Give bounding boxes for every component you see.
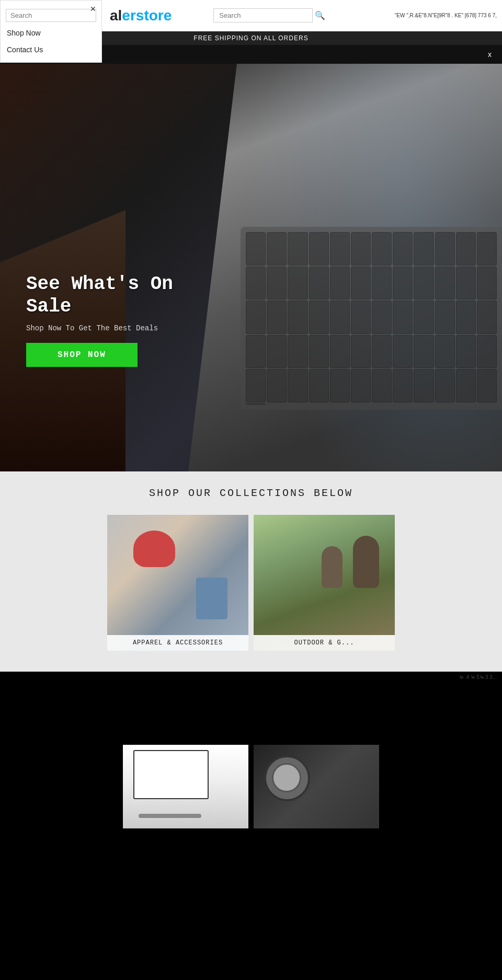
key	[372, 301, 392, 334]
key	[351, 232, 371, 266]
headlamp-visual	[254, 745, 379, 828]
key	[414, 335, 433, 368]
hero-content: See What's OnSale Shop Now To Get The Be…	[26, 273, 173, 367]
dropdown-contact-us[interactable]: Contact Us	[1, 41, 101, 58]
key	[330, 335, 350, 368]
key	[393, 369, 413, 402]
site-logo: alerstore	[110, 7, 172, 24]
laptop-visual	[123, 745, 248, 828]
key	[267, 232, 287, 266]
key	[477, 267, 497, 300]
top-right-text: "EW ",R.&E"8.N"E[9R"8 . KE" [678] 773 6 …	[395, 12, 497, 19]
hero-subtitle: Shop Now To Get The Best Deals	[26, 324, 173, 332]
close-icon[interactable]: ✕	[90, 5, 96, 13]
key	[246, 369, 266, 402]
key	[393, 232, 413, 266]
key	[393, 335, 413, 368]
key	[372, 232, 392, 266]
key	[456, 232, 476, 266]
key	[309, 335, 329, 368]
search-icon: 🔍	[315, 11, 325, 20]
collection-card-outdoor[interactable]: OUTDOOR & G...	[254, 515, 395, 651]
hero-title: See What's OnSale	[26, 273, 173, 318]
key	[288, 267, 307, 300]
collection-card-apparel[interactable]: APPAREL & ACCESSORIES	[107, 515, 248, 651]
key	[414, 232, 433, 266]
key	[309, 267, 329, 300]
bottom-small-text: ᠤ.4 ᠤ5ᠤ3 3...	[0, 672, 502, 683]
key	[246, 267, 266, 300]
key	[477, 232, 497, 266]
key	[372, 369, 392, 402]
key	[288, 301, 307, 334]
key	[435, 232, 455, 266]
key	[456, 369, 476, 402]
key	[246, 301, 266, 334]
apparel-visual	[107, 515, 248, 651]
key	[435, 369, 455, 402]
key	[435, 301, 455, 334]
search-button[interactable]: 🔍	[313, 8, 327, 22]
key	[393, 267, 413, 300]
key	[435, 335, 455, 368]
key	[456, 267, 476, 300]
key	[477, 335, 497, 368]
key	[330, 232, 350, 266]
key	[267, 369, 287, 402]
top-search-input[interactable]	[213, 8, 313, 22]
shipping-text: FREE SHIPPING ON ALL ORDERS	[193, 34, 308, 42]
collections-grid: APPAREL & ACCESSORIES OUTDOOR & G...	[10, 515, 492, 651]
key	[267, 335, 287, 368]
key	[477, 369, 497, 402]
key	[351, 335, 371, 368]
top-search-container: 🔍	[213, 8, 327, 22]
key	[372, 335, 392, 368]
bottom-filler	[0, 839, 502, 943]
key	[330, 267, 350, 300]
key	[288, 369, 307, 402]
bottom-collections	[0, 734, 502, 839]
key	[456, 335, 476, 368]
dropdown-menu: ✕ Shop Now Contact Us	[0, 0, 102, 63]
key	[246, 335, 266, 368]
key	[246, 232, 266, 266]
outdoor-visual	[254, 515, 395, 651]
key	[288, 232, 307, 266]
key	[309, 301, 329, 334]
key	[351, 301, 371, 334]
key	[351, 369, 371, 402]
key	[309, 369, 329, 402]
hero-section: See What's OnSale Shop Now To Get The Be…	[0, 64, 502, 471]
key	[477, 301, 497, 334]
key	[267, 301, 287, 334]
collections-title: SHOP OUR COLLECTIONS BELOW	[10, 487, 492, 499]
key	[351, 267, 371, 300]
dropdown-search-input[interactable]	[6, 9, 96, 22]
outdoor-label: OUTDOOR & G...	[254, 635, 395, 651]
key	[309, 232, 329, 266]
dropdown-search-wrapper	[1, 5, 101, 25]
bottom-card-laptop[interactable]	[123, 745, 248, 828]
key	[456, 301, 476, 334]
key	[435, 267, 455, 300]
key	[288, 335, 307, 368]
keyboard-visual	[241, 227, 502, 410]
hero-shop-now-button[interactable]: SHOP NOW	[26, 343, 138, 367]
logo-part2: erstore	[122, 7, 172, 24]
key	[330, 301, 350, 334]
key	[414, 301, 433, 334]
dropdown-shop-now[interactable]: Shop Now	[1, 25, 101, 41]
logo-part1: al	[110, 7, 122, 24]
apparel-label: APPAREL & ACCESSORIES	[107, 635, 248, 651]
black-spacer: ᠤ.4 ᠤ5ᠤ3 3...	[0, 672, 502, 734]
key	[414, 369, 433, 402]
key	[414, 267, 433, 300]
key	[330, 369, 350, 402]
key	[372, 267, 392, 300]
bottom-card-headlamp[interactable]	[254, 745, 379, 828]
collections-section: SHOP OUR COLLECTIONS BELOW APPAREL & ACC…	[0, 471, 502, 672]
key	[393, 301, 413, 334]
key	[267, 267, 287, 300]
nav-close-icon[interactable]: x	[488, 50, 492, 59]
key	[246, 403, 266, 405]
